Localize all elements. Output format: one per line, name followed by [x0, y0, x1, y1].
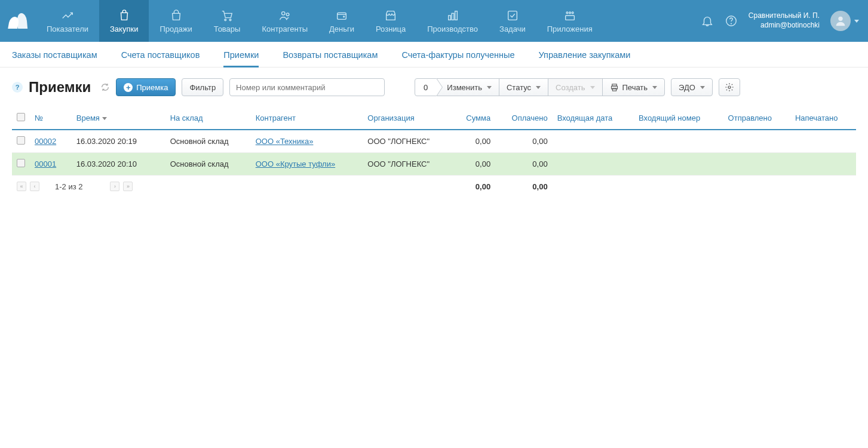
nav-apps[interactable]: Приложения [536, 0, 603, 42]
printer-icon [610, 83, 619, 92]
total-sum: 0,00 [453, 176, 495, 198]
svg-point-11 [569, 12, 571, 14]
svg-rect-8 [455, 11, 457, 20]
col-printed[interactable]: Напечатано [790, 107, 856, 130]
help-icon[interactable] [725, 14, 738, 27]
refresh-icon[interactable] [100, 82, 110, 92]
nav-production[interactable]: Производство [416, 0, 489, 42]
col-org[interactable]: Организация [363, 107, 452, 130]
bars-icon [446, 9, 459, 22]
logo[interactable] [0, 0, 36, 42]
nav-goods[interactable]: Товары [203, 0, 251, 42]
row-checkbox[interactable] [17, 159, 25, 167]
svg-point-5 [343, 16, 345, 17]
row-num-link[interactable]: 00001 [35, 159, 56, 168]
subtab-factures[interactable]: Счета-фактуры полученные [401, 50, 514, 67]
col-num[interactable]: № [30, 107, 72, 130]
store-icon [384, 9, 397, 22]
edo-button[interactable]: ЭДО [671, 78, 713, 96]
subtab-returns[interactable]: Возвраты поставщикам [283, 50, 378, 67]
svg-point-16 [838, 17, 842, 21]
top-nav: Показатели Закупки Продажи Товары Контра… [0, 0, 868, 42]
filter-button[interactable]: Фильтр [182, 78, 223, 96]
sort-desc-icon [102, 117, 107, 120]
subtab-orders[interactable]: Заказы поставщикам [12, 50, 97, 67]
row-counterparty-link[interactable]: ООО «Техника» [256, 137, 314, 146]
col-indate[interactable]: Входящая дата [553, 107, 634, 130]
pager-prev[interactable]: ‹ [30, 182, 39, 191]
table-row[interactable]: 0000116.03.2020 20:10Основной складООО «… [12, 153, 856, 176]
nav-label: Контрагенты [262, 24, 308, 33]
col-sum[interactable]: Сумма [453, 107, 495, 130]
col-sent[interactable]: Отправлено [723, 107, 790, 130]
bag-icon [118, 9, 131, 22]
nav-retail[interactable]: Розница [365, 0, 416, 42]
create-button[interactable]: Создать [548, 78, 602, 96]
row-paid: 0,00 [495, 153, 553, 176]
svg-point-15 [731, 23, 731, 24]
nav-purchases[interactable]: Закупки [99, 0, 149, 42]
col-counterparty[interactable]: Контрагент [251, 107, 363, 130]
users-icon [278, 9, 292, 22]
apps-icon [563, 9, 576, 22]
new-receipt-button[interactable]: + Приемка [116, 78, 176, 96]
nav-label: Продажи [160, 24, 192, 33]
row-paid: 0,00 [495, 130, 553, 153]
total-paid: 0,00 [495, 176, 553, 198]
col-label: Время [76, 113, 100, 122]
caret-down-icon [854, 20, 859, 23]
svg-rect-6 [448, 16, 450, 20]
button-label: Создать [556, 83, 585, 92]
subtab-receipts[interactable]: Приемки [223, 50, 259, 67]
toolbar: ? Приемки + Приемка Фильтр 0 Изменить Ст… [0, 67, 868, 107]
row-time: 16.03.2020 20:10 [72, 153, 165, 176]
receipts-table: № Время На склад Контрагент Организация … [12, 107, 856, 197]
table-wrap: № Время На склад Контрагент Организация … [0, 107, 868, 197]
change-button[interactable]: Изменить [436, 78, 499, 96]
nav-indicators[interactable]: Показатели [36, 0, 99, 42]
col-paid[interactable]: Оплачено [495, 107, 553, 130]
settings-button[interactable] [719, 78, 740, 96]
cart-icon [220, 9, 234, 22]
row-num-link[interactable]: 00002 [35, 137, 56, 146]
nav-counterparties[interactable]: Контрагенты [251, 0, 318, 42]
select-all-checkbox[interactable] [17, 113, 25, 121]
row-warehouse: Основной склад [165, 153, 251, 176]
col-time[interactable]: Время [72, 107, 165, 130]
status-button[interactable]: Статус [499, 78, 548, 96]
col-warehouse[interactable]: На склад [165, 107, 251, 130]
wallet-icon [335, 9, 348, 22]
button-label: Приемка [136, 83, 168, 92]
page-help-icon[interactable]: ? [12, 82, 23, 93]
print-button[interactable]: Печать [602, 78, 665, 96]
subtab-management[interactable]: Управление закупками [539, 50, 631, 67]
user-name: Сравнительный И. П. [749, 11, 820, 21]
col-innum[interactable]: Входящий номер [634, 107, 723, 130]
search-input[interactable] [229, 78, 385, 96]
row-checkbox[interactable] [17, 136, 25, 145]
table-row[interactable]: 0000216.03.2020 20:19Основной складООО «… [12, 130, 856, 153]
subtab-invoices[interactable]: Счета поставщиков [121, 50, 200, 67]
nav-label: Приложения [547, 24, 593, 33]
selection-group: 0 Изменить Статус Создать Печать [415, 78, 665, 96]
svg-rect-13 [565, 16, 574, 20]
row-sum: 0,00 [453, 153, 495, 176]
nav-sales[interactable]: Продажи [149, 0, 203, 42]
nav-label: Производство [427, 24, 478, 33]
nav-money[interactable]: Деньги [318, 0, 365, 42]
gear-icon [725, 82, 734, 92]
user-menu[interactable] [830, 11, 859, 31]
nav-label: Товары [214, 24, 241, 33]
nav-tasks[interactable]: Задачи [489, 0, 536, 42]
bell-icon[interactable] [701, 14, 714, 27]
check-square-icon [506, 9, 519, 22]
user-icon [834, 14, 847, 27]
row-org: ООО "ЛОГНЕКС" [363, 130, 452, 153]
pager-last[interactable]: » [123, 182, 133, 191]
pager-first[interactable]: « [17, 182, 26, 191]
pager-next[interactable]: › [110, 182, 119, 191]
row-time: 16.03.2020 20:19 [72, 130, 165, 153]
nav-label: Показатели [47, 24, 88, 33]
chevron-down-icon [487, 86, 492, 89]
row-counterparty-link[interactable]: ООО «Крутые туфли» [256, 159, 335, 168]
